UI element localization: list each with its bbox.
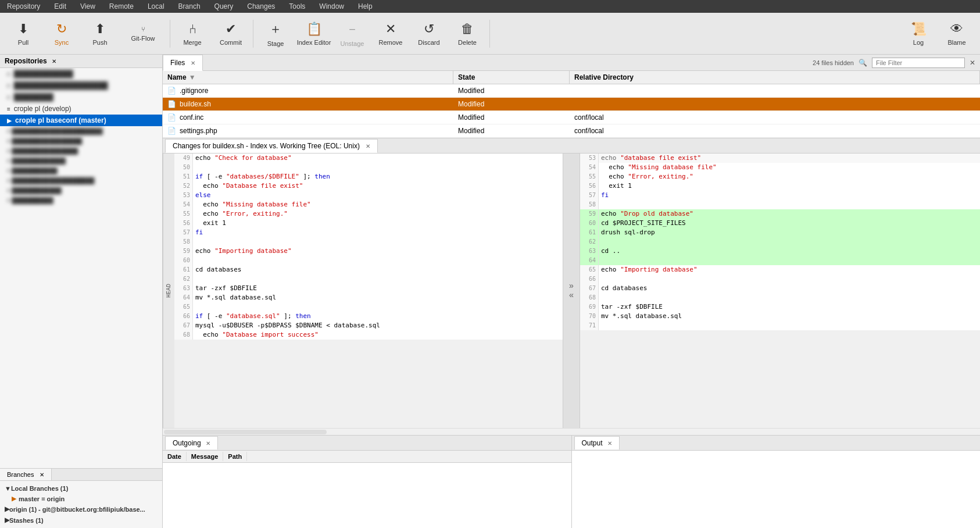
sidebar-item-blurred-7[interactable]: ≡ ████████████	[0, 185, 162, 195]
diff-line: 52 echo "Database file exist"	[174, 181, 563, 191]
sidebar-item-blurred-6[interactable]: ≡ ████████████████████	[0, 176, 162, 185]
sidebar-item-blurred-8[interactable]: ≡ ██████████	[0, 195, 162, 205]
content-area: Files ✕ 24 files hidden 🔍 ✕ Name ▼	[163, 55, 980, 528]
diff-hscroll[interactable]	[163, 428, 980, 435]
file-state-settings: Modified	[453, 124, 570, 137]
diff-line-r-added: 62	[580, 237, 980, 247]
diff-line: 49echo "Check for database"	[174, 154, 563, 163]
diff-splitter-arrow2: «	[569, 291, 574, 300]
menu-local[interactable]: Local	[145, 1, 167, 12]
file-row-buildex[interactable]: 📄 buildex.sh Modified	[163, 98, 980, 111]
files-col-name: Name ▼	[163, 71, 453, 84]
diff-line: 63tar -zxf $DBFILE	[174, 284, 563, 293]
close-output-icon[interactable]: ✕	[607, 440, 612, 447]
menu-repository[interactable]: Repository	[5, 1, 42, 12]
sidebar-item-blurred-2[interactable]: ≡ █████████████████	[0, 136, 162, 146]
file-row-conf-inc[interactable]: 📄 conf.inc Modified conf/local	[163, 111, 980, 124]
head-label: HEAD	[163, 154, 174, 428]
diff-line-r: 54 echo "Missing database file"	[580, 163, 980, 172]
outgoing-tab[interactable]: Outgoing ✕	[165, 436, 218, 449]
delete-icon: 🗑	[461, 22, 474, 37]
menu-tools[interactable]: Tools	[287, 1, 307, 12]
delete-button[interactable]: 🗑 Delete	[449, 15, 486, 52]
close-diff-icon[interactable]: ✕	[366, 143, 370, 149]
branches-tab[interactable]: Branches ✕	[0, 469, 52, 480]
remove-label: Remove	[379, 39, 403, 46]
files-top-bar: Files ✕ 24 files hidden 🔍 ✕	[163, 55, 980, 71]
stashes-header[interactable]: ▶ Stashes (1)	[0, 515, 162, 526]
unstage-icon: －	[346, 20, 359, 38]
diff-line-r-added: 64	[580, 256, 980, 265]
sort-icon: ▼	[189, 73, 196, 81]
close-repositories-icon[interactable]: ✕	[52, 58, 56, 65]
sidebar-item-crople-baseconf[interactable]: ▶ crople pl baseconf (master)	[0, 115, 162, 126]
push-button[interactable]: ⬆ Push	[81, 15, 119, 52]
diff-splitter-arrow: »	[569, 281, 574, 291]
file-row-gitignore[interactable]: 📄 .gitignore Modified	[163, 84, 980, 98]
gitflow-button[interactable]: ⑂ Git-Flow	[120, 15, 166, 52]
diff-line: 65	[174, 302, 563, 312]
menu-remote[interactable]: Remote	[107, 1, 136, 12]
blame-button[interactable]: 👁 Blame	[938, 15, 975, 52]
toolbar-separator-3	[489, 20, 490, 48]
stage-button[interactable]: ＋ Stage	[257, 15, 294, 52]
sidebar-item-blurred-3[interactable]: ≡ ████████████████	[0, 146, 162, 156]
commit-button[interactable]: ✔ Commit	[212, 15, 249, 52]
output-content	[572, 451, 981, 528]
sidebar-item-repo-1[interactable]: ≡ ████████████	[0, 68, 162, 80]
main-layout: Repositories ✕ ≡ ████████████ ≡ ████████…	[0, 55, 980, 528]
unstage-label: Unstage	[341, 40, 364, 47]
sync-button[interactable]: ↻ Sync	[43, 15, 80, 52]
sidebar-item-crople-develop[interactable]: ≡ crople pl (develop)	[0, 103, 162, 115]
menu-view[interactable]: View	[78, 1, 98, 12]
pull-icon: ⬇	[18, 22, 28, 37]
outgoing-col-message: Message	[187, 452, 223, 461]
close-outgoing-icon[interactable]: ✕	[206, 440, 210, 447]
log-button[interactable]: 📜 Log	[900, 15, 937, 52]
sidebar-item-repo-2[interactable]: ≡ ███████████████████	[0, 80, 162, 91]
menu-query[interactable]: Query	[212, 1, 236, 12]
file-row-settings[interactable]: 📄 settings.php Modified conf/local	[163, 124, 980, 138]
close-branches-icon[interactable]: ✕	[40, 472, 44, 478]
menu-help[interactable]: Help	[356, 1, 375, 12]
diff-line: 55 echo "Error, exiting."	[174, 209, 563, 219]
output-tab[interactable]: Output ✕	[574, 436, 620, 449]
diff-line: 50	[174, 163, 563, 172]
diff-line-r: 56 exit 1	[580, 181, 980, 191]
menu-edit[interactable]: Edit	[52, 1, 69, 12]
discard-button[interactable]: ↺ Discard	[410, 15, 448, 52]
file-name-buildex: 📄 buildex.sh	[163, 98, 453, 110]
unstage-button[interactable]: － Unstage	[334, 15, 371, 52]
repository-list: ≡ ████████████ ≡ ███████████████████ ≡ █…	[0, 68, 162, 468]
index-editor-button[interactable]: 📋 Index Editor	[295, 15, 332, 52]
file-icon-gitignore: 📄	[167, 87, 176, 95]
pull-button[interactable]: ⬇ Pull	[5, 15, 42, 52]
origin-header[interactable]: ▶ origin (1) - git@bitbucket.org:bfilipi…	[0, 504, 162, 515]
branch-master[interactable]: ▶ master = origin	[0, 494, 162, 504]
diff-left-pane: HEAD 49echo "Check for database" 50 51if…	[163, 154, 563, 428]
file-name-gitignore: 📄 .gitignore	[163, 84, 453, 97]
sidebar-item-blurred-1[interactable]: ≡ ██████████████████████	[0, 126, 162, 136]
sidebar-item-blurred-5[interactable]: ≡ ███████████	[0, 166, 162, 176]
sidebar-item-repo-3[interactable]: ≡ ████████	[0, 91, 162, 103]
close-files-icon[interactable]: ✕	[191, 60, 195, 66]
local-branches-header[interactable]: ▼ Local Branches (1)	[0, 483, 162, 494]
diff-line: 64mv *.sql database.sql	[174, 293, 563, 302]
diff-line: 56 exit 1	[174, 219, 563, 228]
menu-window[interactable]: Window	[317, 1, 346, 12]
diff-splitter[interactable]: » «	[563, 154, 580, 428]
diff-line: 66if [ -e "database.sql" ]; then	[174, 312, 563, 321]
file-reldir-gitignore	[570, 88, 980, 93]
diff-tab[interactable]: Changes for buildex.sh - Index vs. Worki…	[165, 139, 378, 153]
remove-button[interactable]: ✕ Remove	[372, 15, 409, 52]
discard-icon: ↺	[424, 22, 434, 37]
menu-branch[interactable]: Branch	[176, 1, 203, 12]
menu-changes[interactable]: Changes	[245, 1, 277, 12]
diff-content: HEAD 49echo "Check for database" 50 51if…	[163, 154, 980, 428]
clear-filter-icon[interactable]: ✕	[970, 59, 975, 67]
merge-button[interactable]: ⑃ Merge	[174, 15, 211, 52]
gitflow-label: Git-Flow	[131, 35, 155, 42]
file-filter-input[interactable]	[872, 58, 965, 68]
files-tab[interactable]: Files ✕	[163, 55, 203, 71]
sidebar-item-blurred-4[interactable]: ≡ █████████████	[0, 156, 162, 166]
